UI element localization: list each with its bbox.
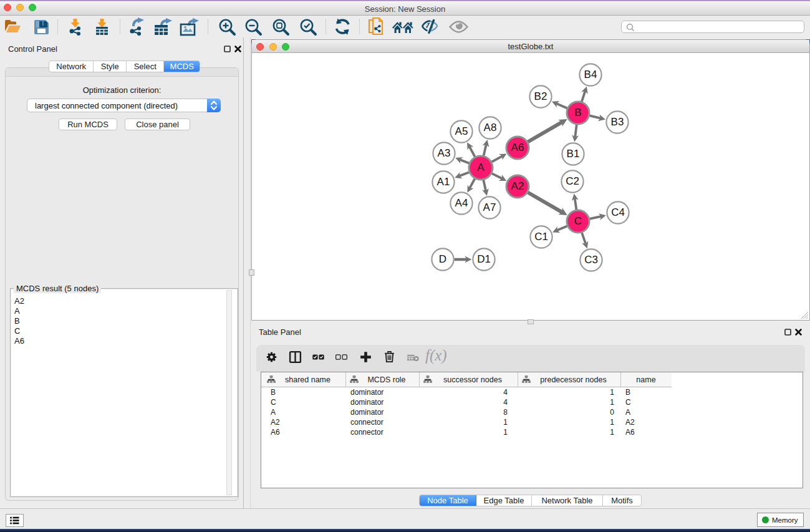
svg-text:D: D xyxy=(439,253,446,265)
svg-text:B4: B4 xyxy=(584,69,597,80)
svg-text:A5: A5 xyxy=(455,125,468,137)
svg-text:A1: A1 xyxy=(437,176,450,188)
svg-text:D1: D1 xyxy=(477,253,491,265)
svg-text:A3: A3 xyxy=(438,147,451,159)
svg-text:A: A xyxy=(477,162,485,173)
svg-text:C: C xyxy=(574,215,582,227)
svg-text:C4: C4 xyxy=(611,206,625,218)
svg-text:A7: A7 xyxy=(483,201,496,213)
svg-text:B: B xyxy=(574,107,581,118)
svg-text:B2: B2 xyxy=(534,90,547,102)
svg-text:C3: C3 xyxy=(584,254,598,266)
svg-text:B3: B3 xyxy=(611,116,624,128)
svg-text:A2: A2 xyxy=(511,180,524,192)
svg-text:A8: A8 xyxy=(484,122,497,133)
svg-text:C2: C2 xyxy=(566,175,579,187)
svg-text:A6: A6 xyxy=(511,142,524,153)
svg-text:C1: C1 xyxy=(534,231,548,243)
svg-text:B1: B1 xyxy=(567,148,580,160)
svg-text:A4: A4 xyxy=(455,197,468,209)
